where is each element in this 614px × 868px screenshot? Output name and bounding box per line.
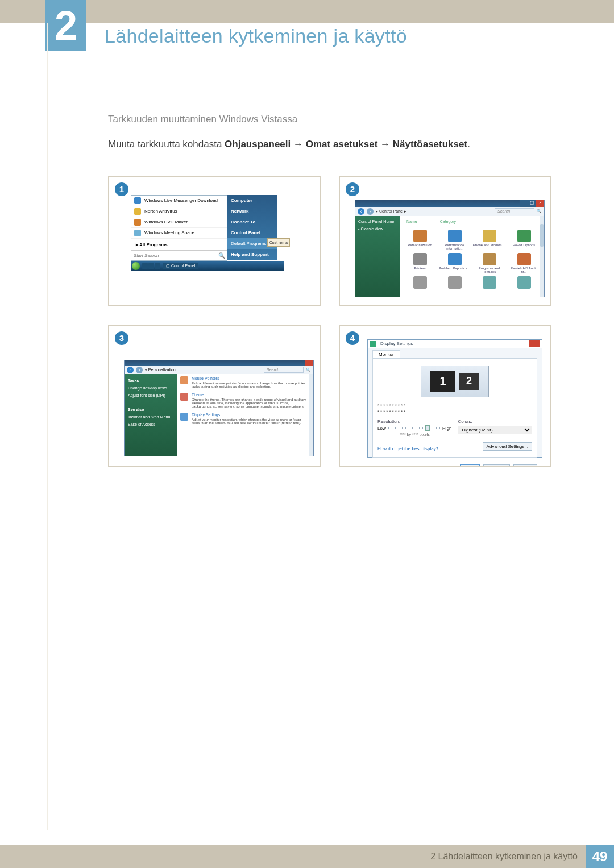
scrollbar[interactable] [540,216,544,297]
cancel-button[interactable]: Cancel [483,464,510,467]
search-icon[interactable]: 🔍 [537,209,542,214]
control-panel-item-label: Phone and Modem ... [472,243,506,247]
personalization-block[interactable]: Mouse PointersPick a different mouse poi… [180,376,309,388]
slider-thumb[interactable] [425,425,430,431]
sidebar-heading-seealso: See also [128,408,173,412]
start-menu-item[interactable]: Windows DVD Maker [131,217,227,228]
start-menu-right-item[interactable]: Connect To [227,217,277,227]
taskbar: ▢ Control Panel [131,261,284,271]
step-badge-1: 1 [115,182,128,196]
start-menu-item-label: Windows DVD Maker [144,219,188,225]
sidebar-link[interactable]: Adjust font size (DPI) [128,393,173,397]
close-icon[interactable] [305,360,313,366]
close-icon[interactable]: × [536,200,544,207]
control-panel-item[interactable] [403,276,437,290]
instruction-path-2: Omat asetukset [306,139,378,149]
breadcrumb[interactable]: ▸ Control Panel ▸ [376,209,406,214]
arrow-icon: → [377,139,392,149]
column-name: Name [406,219,417,223]
window-titlebar[interactable]: – ▢ × [355,200,544,207]
monitor-preview[interactable]: 1 2 [421,366,489,397]
section-subtitle: Tarkkuuden muuttaminen Windows Vistassa [108,114,551,125]
control-panel-item-label: Problem Reports a... [438,267,471,271]
forward-button-icon[interactable]: › [367,208,374,215]
all-programs-button[interactable]: ▸ All Programs [131,239,227,250]
apply-button[interactable]: Apply [513,464,537,467]
column-category: Category [440,219,456,223]
minimize-icon[interactable]: – [520,200,528,207]
start-menu-item[interactable]: Windows Live Messenger Download [131,196,227,206]
start-menu-right-item[interactable]: Control Panel [227,227,277,238]
start-menu-item[interactable]: Windows Meeting Space [131,228,227,239]
personalization-main: Mouse PointersPick a different mouse poi… [177,374,313,456]
help-link[interactable]: How do I get the best display? [377,446,438,451]
quick-launch[interactable] [142,263,160,269]
monitor-2[interactable]: 2 [459,373,479,390]
control-panel-item[interactable] [438,276,471,290]
control-panel-item-icon [413,253,427,265]
sidebar-home-link[interactable]: Control Panel Home [358,219,397,223]
tab-monitor[interactable]: Monitor [372,350,400,358]
address-bar: ‹ › ▸ Control Panel ▸ Search 🔍 [355,207,544,216]
personalization-block[interactable]: ThemeChange the theme. Themes can change… [180,393,309,408]
sidebar-link[interactable]: Ease of Access [128,422,173,426]
block-title-link[interactable]: Mouse Pointers [192,376,309,380]
colors-select[interactable]: Highest (32 bit) [458,426,532,434]
start-menu-right-item[interactable]: Network [227,206,277,217]
control-panel-item[interactable]: Personalizati on [403,230,437,251]
taskbar-button-control-panel[interactable]: ▢ Control Panel [163,263,198,269]
maximize-icon[interactable]: ▢ [528,200,536,207]
search-input[interactable]: Search [495,208,534,214]
control-panel-item-label: Programs and Features [472,267,506,274]
control-panel-item[interactable]: Phone and Modem ... [472,230,506,251]
control-panel-item[interactable] [507,276,541,290]
sidebar-link[interactable]: Taskbar and Start Menu [128,415,173,419]
resolution-slider[interactable]: Low High [377,426,452,431]
dialog-title: Display Settings [380,341,413,346]
sidebar-classic-view[interactable]: • Classic View [358,227,397,231]
start-search-input[interactable] [134,253,202,258]
control-panel-item[interactable]: Printers [403,253,437,274]
dialog-titlebar[interactable]: Display Settings [368,340,542,348]
back-button-icon[interactable]: ‹ [358,208,364,215]
placeholder-text: ********** [377,403,532,408]
advanced-settings-button[interactable]: Advanced Settings... [483,442,532,451]
scrollbar[interactable] [309,374,313,456]
start-menu-right-item-hover[interactable]: Default Programs Cust rema [227,238,277,249]
search-icon[interactable]: 🔍 [306,368,311,372]
start-menu-item[interactable]: Norton AntiVirus [131,206,227,217]
address-bar: ‹ › « Personalization Search 🔍 [125,366,313,374]
monitor-1[interactable]: 1 [430,371,455,392]
control-panel-item[interactable]: Power Options [507,230,541,251]
breadcrumb[interactable]: « Personalization [145,368,176,372]
block-title-link[interactable]: Display Settings [192,413,309,417]
window-titlebar[interactable] [125,360,313,366]
sidebar-link[interactable]: Change desktop icons [128,386,173,390]
personalization-block[interactable]: Display SettingsAdjust your monitor reso… [180,413,309,425]
start-menu-right-item[interactable]: Help and Support [227,249,277,260]
control-panel-item[interactable]: Programs and Features [472,253,506,274]
block-title-link[interactable]: Theme [192,393,309,397]
control-panel-item[interactable]: Realtek HD Audio M... [507,253,541,274]
control-panel-main: Name Category Personalizati onPerformanc… [400,216,544,297]
ok-button[interactable]: OK [460,464,480,467]
control-panel-item[interactable]: Performance Informatio... [438,230,471,251]
start-menu-right-item[interactable]: Computer [227,195,277,206]
control-panel-item-icon [483,253,496,265]
slider-track[interactable] [388,427,440,429]
control-panel-item[interactable] [472,276,506,290]
search-input[interactable]: Search [264,367,304,373]
control-panel-item[interactable]: Problem Reports a... [438,253,471,274]
forward-button-icon[interactable]: › [136,367,143,373]
control-panel-item-icon [448,276,462,289]
start-orb-icon[interactable] [132,262,140,270]
column-headers[interactable]: Name Category [403,218,541,226]
start-menu-right-label: Default Programs [231,241,266,246]
colors-label: Colors: [458,419,532,424]
block-icon [180,376,188,384]
start-search-box[interactable]: 🔍 [131,250,227,260]
close-icon[interactable] [529,340,540,347]
placeholder-text: ********** [377,409,532,414]
back-button-icon[interactable]: ‹ [127,367,134,373]
sidebar-heading-tasks: Tasks [128,379,173,383]
